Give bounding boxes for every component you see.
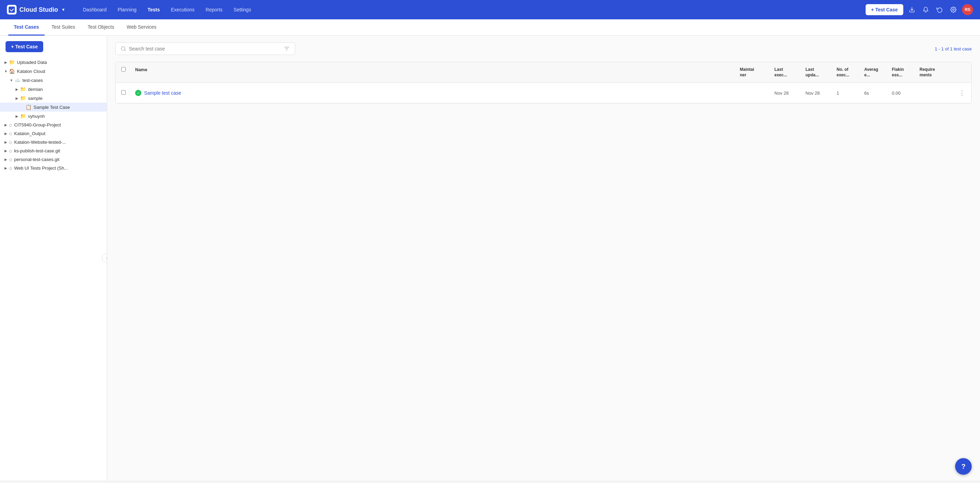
column-actions	[955, 62, 969, 83]
tab-test-suites[interactable]: Test Suites	[46, 19, 81, 36]
svg-point-2	[953, 9, 955, 11]
tree-arrow: ▶	[3, 149, 9, 153]
brand-chevron: ▾	[62, 7, 64, 12]
cloud-icon: ☁️	[14, 77, 21, 83]
pagination-text: 1 - 1 of 1 test case	[935, 46, 972, 51]
tree-item-katalon-website[interactable]: ▶ ◇ Katalon-Website-tested-...	[0, 138, 107, 146]
nav-tests[interactable]: Tests	[143, 4, 165, 15]
row-average: 6s	[861, 86, 889, 100]
row-more-button[interactable]: ⋮	[958, 88, 967, 98]
diamond-icon: ◇	[9, 166, 12, 171]
tree-item-katalon-cloud[interactable]: ▼ 🏠 Katalon Cloud	[0, 67, 107, 76]
top-actions: + Test Case RS	[865, 4, 973, 15]
nav-links: Dashboard Planning Tests Executions Repo…	[78, 4, 865, 15]
sidebar-add-test-case-button[interactable]: + Test Case	[6, 41, 43, 52]
sidebar: + Test Case ▶ 📁 Uploaded Data ▼ 🏠 Katalo…	[0, 36, 107, 480]
column-flakiness: Flakiness...	[889, 62, 917, 83]
row-flakiness: 0.00	[889, 86, 917, 100]
tree-arrow: ▶	[3, 132, 9, 135]
diamond-icon: ◇	[9, 122, 12, 127]
user-avatar[interactable]: RS	[962, 4, 973, 15]
tree-item-cit5940[interactable]: ▶ ◇ CIT5940-Group-Project	[0, 121, 107, 129]
search-icon	[121, 46, 126, 51]
history-icon[interactable]	[934, 5, 945, 15]
diamond-icon: ◇	[9, 157, 12, 162]
diamond-icon: ◇	[9, 140, 12, 145]
tree-label: Katalon_Output	[14, 131, 104, 136]
tree-arrow: ▶	[14, 114, 20, 118]
tree-item-test-cases[interactable]: ▼ ☁️ test-cases	[0, 76, 107, 85]
folder-icon: 📁	[20, 95, 26, 101]
row-num-exec: 1	[834, 86, 861, 100]
row-last-exec: Nov 28	[772, 86, 803, 100]
brand-icon	[7, 5, 17, 14]
tree-item-katalon-output[interactable]: ▶ ◇ Katalon_Output	[0, 129, 107, 138]
tree-label: demian	[28, 87, 104, 92]
tree-item-demian[interactable]: ▶ 📁 demian	[0, 85, 107, 94]
folder-icon: 📁	[9, 59, 15, 65]
nav-settings[interactable]: Settings	[229, 4, 256, 15]
test-case-link[interactable]: Sample test case	[144, 90, 181, 96]
nav-dashboard[interactable]: Dashboard	[78, 4, 111, 15]
row-requirements	[917, 88, 955, 98]
select-all-checkbox[interactable]	[121, 67, 126, 71]
row-last-upda: Nov 28	[803, 86, 834, 100]
main-layout: + Test Case ▶ 📁 Uploaded Data ▼ 🏠 Katalo…	[0, 36, 980, 480]
download-icon[interactable]	[907, 5, 917, 15]
content-area: 1 - 1 of 1 test case Name Maintainer Las…	[107, 36, 980, 480]
tree-item-personal-test-cases[interactable]: ▶ ◇ personal-test-cases.git	[0, 155, 107, 164]
nav-executions[interactable]: Executions	[166, 4, 199, 15]
tree-label: CIT5940-Group-Project	[14, 122, 104, 127]
column-checkbox	[119, 62, 132, 83]
tree-arrow: ▶	[3, 157, 9, 161]
column-last-exec: Lastexec...	[772, 62, 803, 83]
notification-icon[interactable]	[921, 5, 931, 15]
content-inner: 1 - 1 of 1 test case Name Maintainer Las…	[107, 36, 980, 480]
tree-label: vyhuynh	[28, 114, 104, 119]
row-checkbox[interactable]	[121, 90, 126, 95]
status-pass-icon: ✓	[135, 90, 142, 96]
nav-planning[interactable]: Planning	[113, 4, 142, 15]
tree-arrow: ▼	[3, 70, 9, 73]
nav-reports[interactable]: Reports	[201, 4, 228, 15]
tree-item-sample-test-case[interactable]: 📋 Sample Test Case	[0, 103, 107, 111]
tab-web-services[interactable]: Web Services	[121, 19, 162, 36]
tree-label: sample	[28, 96, 104, 101]
filter-icon[interactable]	[284, 46, 290, 52]
brand-logo[interactable]: Cloud Studio ▾	[7, 5, 64, 14]
tree-label: Web UI Tests Project (Sh...	[14, 165, 104, 171]
tree-label: personal-test-cases.git	[14, 157, 104, 162]
folder-icon: 📁	[20, 86, 26, 92]
tree-label: Uploaded Data	[17, 60, 104, 65]
diamond-icon: ◇	[9, 149, 12, 153]
column-requirements: Requirements	[917, 62, 955, 83]
tree-item-vyhuynh[interactable]: ▶ 📁 vyhuynh	[0, 111, 107, 121]
tree-arrow: ▶	[14, 87, 20, 91]
settings-icon[interactable]	[948, 5, 959, 15]
tree-arrow: ▶	[3, 60, 9, 64]
tree-label: Katalon Cloud	[17, 69, 104, 74]
tree-arrow: ▶	[14, 96, 20, 100]
tab-test-objects[interactable]: Test Objects	[82, 19, 119, 36]
search-input[interactable]	[129, 46, 281, 51]
file-icon: 📋	[25, 104, 32, 110]
tree-arrow: ▶	[3, 166, 9, 170]
column-last-upda: Lastupda...	[803, 62, 834, 83]
tree-item-web-ui-tests[interactable]: ▶ ◇ Web UI Tests Project (Sh...	[0, 164, 107, 172]
table-header: Name Maintainer Lastexec... Lastupda... …	[116, 62, 971, 83]
tree-item-uploaded-data[interactable]: ▶ 📁 Uploaded Data	[0, 58, 107, 67]
svg-rect-0	[9, 6, 15, 13]
column-name: Name	[132, 62, 737, 83]
tree-item-sample[interactable]: ▶ 📁 sample	[0, 94, 107, 103]
tab-test-cases[interactable]: Test Cases	[8, 19, 45, 36]
sidebar-toggle-button[interactable]: ‹	[102, 253, 107, 263]
table-row: ✓ Sample test case Nov 28 Nov 28 1 6s 0.…	[116, 83, 971, 103]
tree-item-ks-publish[interactable]: ▶ ◇ ks-publish-test-case.git	[0, 146, 107, 155]
search-bar-row: 1 - 1 of 1 test case	[115, 43, 972, 55]
column-maintainer: Maintainer	[737, 62, 772, 83]
add-test-case-button[interactable]: + Test Case	[865, 4, 903, 15]
tree-label: Katalon-Website-tested-...	[14, 140, 104, 145]
top-navigation: Cloud Studio ▾ Dashboard Planning Tests …	[0, 0, 980, 19]
help-button[interactable]: ?	[955, 458, 972, 475]
tree-label: ks-publish-test-case.git	[14, 148, 104, 153]
